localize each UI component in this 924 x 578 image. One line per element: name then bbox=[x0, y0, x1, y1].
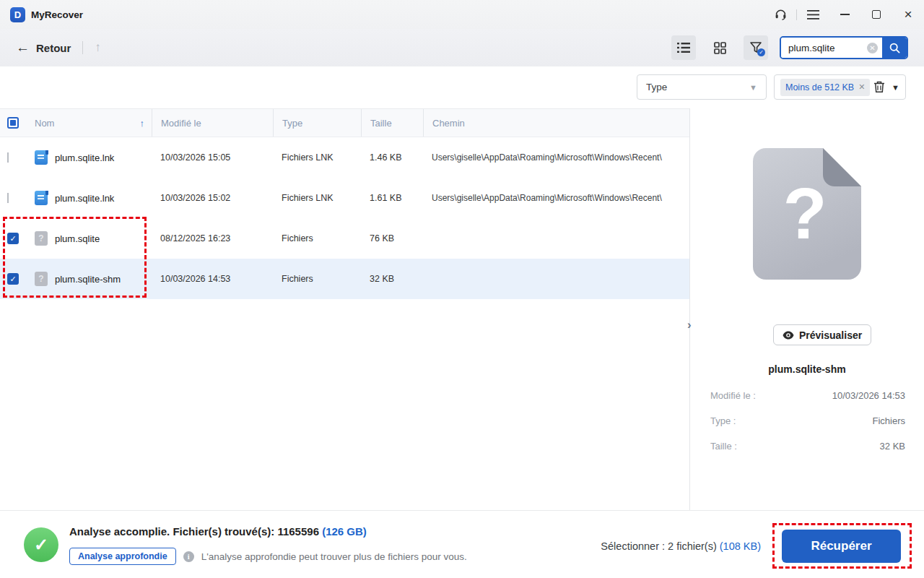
list-view-button[interactable] bbox=[671, 35, 696, 60]
size-filter-tag[interactable]: Moins de 512 KB✕ bbox=[780, 79, 870, 96]
detail-row: Modifié le : 10/03/2026 14:53 bbox=[710, 389, 905, 402]
detail-value: Fichiers bbox=[872, 414, 905, 428]
select-all-checkbox[interactable] bbox=[7, 117, 19, 129]
sort-ascending-icon[interactable]: ↑ bbox=[140, 118, 145, 129]
title-bar: D MyRecover × bbox=[0, 0, 924, 29]
app-logo-glyph: D bbox=[14, 9, 21, 20]
collapse-panel-chevron-icon[interactable]: › bbox=[687, 318, 692, 332]
type-filter-dropdown[interactable]: Type ▼ bbox=[637, 74, 767, 100]
deep-scan-button[interactable]: Analyse approfondie bbox=[69, 548, 176, 565]
cell-name: plum.sqlite.lnk bbox=[55, 152, 114, 163]
cell-type: Fichiers bbox=[273, 274, 361, 284]
cell-type: Fichiers LNK bbox=[273, 152, 361, 163]
app-title: MyRecover bbox=[31, 9, 83, 20]
detail-row: Taille : 32 KB bbox=[710, 439, 905, 453]
recover-button[interactable]: Récupérer bbox=[782, 530, 901, 563]
preview-button[interactable]: Prévisualiser bbox=[773, 324, 871, 345]
detail-label: Type : bbox=[710, 414, 736, 428]
selection-info: Sélectionner : 2 fichier(s) (108 KB) bbox=[601, 540, 761, 552]
selection-size: (108 KB) bbox=[720, 540, 761, 552]
trash-icon bbox=[873, 81, 885, 93]
table-header: Nom↑ Modifié le Type Taille Chemin bbox=[0, 108, 689, 137]
column-header-modified[interactable]: Modifié le bbox=[152, 109, 273, 137]
minimize-button[interactable] bbox=[829, 0, 860, 29]
maximize-button[interactable] bbox=[860, 0, 892, 29]
size-filter-box: Moins de 512 KB✕ ▼ bbox=[774, 74, 906, 100]
cell-name: plum.sqlite-shm bbox=[55, 274, 121, 285]
grid-view-icon bbox=[714, 42, 726, 54]
filter-button[interactable]: ✓ bbox=[744, 35, 768, 60]
row-checkbox[interactable]: ✓ bbox=[7, 273, 19, 285]
row-checkbox[interactable]: ✓ bbox=[7, 233, 19, 244]
preview-file-name: plum.sqlite-shm bbox=[690, 363, 924, 375]
column-header-modified-label: Modifié le bbox=[161, 118, 201, 129]
scan-result-size: (126 GB) bbox=[322, 525, 367, 538]
cell-modified: 10/03/2026 15:05 bbox=[152, 152, 273, 163]
up-button[interactable]: ↑ bbox=[95, 40, 101, 55]
file-type-icon: ? bbox=[35, 231, 48, 246]
column-header-name[interactable]: Nom↑ bbox=[26, 109, 152, 137]
headset-icon bbox=[775, 9, 787, 21]
file-list: plum.sqlite.lnk 10/03/2026 15:05 Fichier… bbox=[0, 137, 689, 299]
search-input[interactable] bbox=[781, 38, 867, 58]
selection-count-label: Sélectionner : 2 fichier(s) bbox=[601, 540, 716, 552]
cell-size: 1.61 KB bbox=[361, 193, 423, 203]
content-area: Nom↑ Modifié le Type Taille Chemin plum.… bbox=[0, 108, 924, 510]
row-checkbox[interactable] bbox=[7, 152, 9, 163]
file-type-icon bbox=[35, 191, 48, 205]
maximize-icon bbox=[872, 10, 881, 19]
menu-button[interactable] bbox=[797, 0, 829, 29]
table-row[interactable]: ✓ ?plum.sqlite-shm 10/03/2026 14:53 Fich… bbox=[0, 259, 689, 299]
cell-modified: 10/03/2026 14:53 bbox=[152, 274, 273, 284]
column-header-path[interactable]: Chemin bbox=[423, 109, 689, 137]
nav-divider bbox=[82, 41, 83, 54]
chevron-down-icon: ▼ bbox=[749, 83, 757, 92]
cell-modified: 10/03/2026 15:02 bbox=[152, 193, 273, 203]
preview-pane: ? Prévisualiser plum.sqlite-shm Modifié … bbox=[690, 108, 924, 510]
table-row[interactable]: plum.sqlite.lnk 10/03/2026 15:05 Fichier… bbox=[0, 137, 689, 178]
file-list-pane: Nom↑ Modifié le Type Taille Chemin plum.… bbox=[0, 108, 690, 510]
check-icon: ✓ bbox=[34, 535, 48, 555]
info-icon: i bbox=[183, 551, 194, 562]
cell-name: plum.sqlite.lnk bbox=[55, 193, 114, 204]
table-row[interactable]: ✓ ?plum.sqlite 08/12/2025 16:23 Fichiers… bbox=[0, 218, 689, 259]
column-header-size[interactable]: Taille bbox=[361, 109, 423, 137]
list-view-icon bbox=[677, 42, 690, 53]
back-arrow-icon: ← bbox=[16, 40, 30, 56]
size-filter-caret-icon[interactable]: ▼ bbox=[892, 83, 899, 92]
type-filter-label: Type bbox=[646, 82, 667, 92]
search-button[interactable] bbox=[882, 38, 907, 58]
detail-label: Modifié le : bbox=[710, 389, 756, 402]
back-label: Retour bbox=[36, 42, 71, 54]
deep-scan-hint: L'analyse approfondie peut trouver plus … bbox=[201, 551, 467, 562]
cell-type: Fichiers LNK bbox=[273, 193, 361, 203]
scan-result-label: Analyse accomplie. Fichier(s) trouvé(s):… bbox=[69, 525, 319, 538]
size-filter-tag-label: Moins de 512 KB bbox=[785, 82, 854, 92]
unknown-file-preview-icon: ? bbox=[753, 148, 861, 282]
close-icon: × bbox=[904, 7, 912, 22]
detail-value: 32 KB bbox=[880, 439, 905, 453]
row-checkbox[interactable] bbox=[7, 193, 9, 203]
back-button[interactable]: ← Retour bbox=[16, 40, 71, 56]
cell-size: 1.46 KB bbox=[361, 152, 423, 163]
cell-size: 76 KB bbox=[361, 233, 423, 243]
support-button[interactable] bbox=[764, 0, 796, 29]
table-row[interactable]: plum.sqlite.lnk 10/03/2026 15:02 Fichier… bbox=[0, 178, 689, 218]
column-header-type-label: Type bbox=[282, 118, 302, 129]
search-icon bbox=[889, 43, 900, 53]
grid-view-button[interactable] bbox=[707, 35, 732, 60]
close-button[interactable]: × bbox=[892, 0, 924, 29]
cell-path: Users\giselle\AppData\Roaming\Microsoft\… bbox=[423, 152, 689, 163]
cell-path: Users\giselle\AppData\Roaming\Microsoft\… bbox=[423, 193, 689, 203]
column-header-path-label: Chemin bbox=[432, 118, 465, 129]
clear-filters-button[interactable] bbox=[873, 81, 885, 93]
cell-size: 32 KB bbox=[361, 274, 423, 284]
column-header-type[interactable]: Type bbox=[273, 109, 361, 137]
detail-row: Type : Fichiers bbox=[710, 414, 905, 428]
minimize-icon bbox=[840, 14, 850, 15]
search-clear-icon[interactable]: ✕ bbox=[867, 43, 878, 53]
file-details: Modifié le : 10/03/2026 14:53 Type : Fic… bbox=[710, 389, 905, 465]
toolbar: ← Retour ↑ ✓ ✕ bbox=[0, 29, 924, 66]
file-type-icon: ? bbox=[35, 272, 48, 286]
remove-tag-icon[interactable]: ✕ bbox=[858, 82, 865, 92]
